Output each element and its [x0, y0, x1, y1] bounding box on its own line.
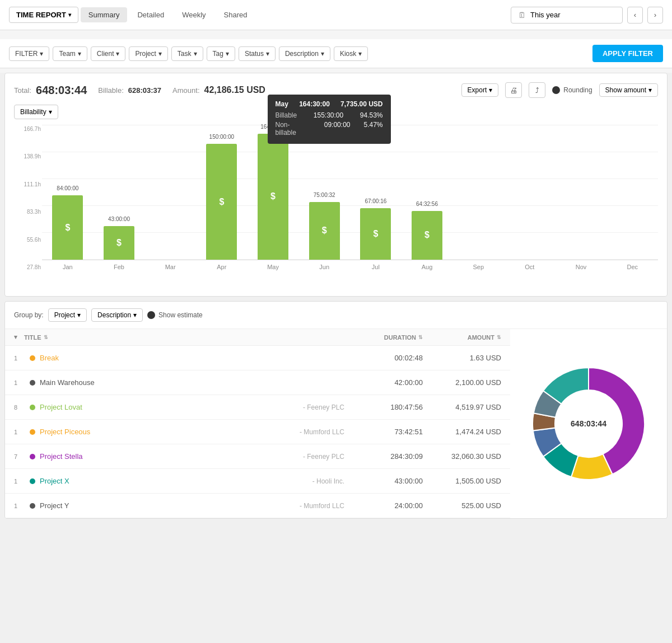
total-label: Total:: [14, 86, 31, 95]
rounding-toggle[interactable]: Rounding: [552, 86, 592, 94]
bar-value-label: 43:00:00: [108, 216, 130, 222]
row-title-col: Project Lovat - Feeney PLC: [40, 403, 344, 411]
row-num: 1: [14, 429, 25, 435]
task-filter-button[interactable]: Task ▾: [171, 46, 203, 61]
project-label: Project: [135, 50, 156, 58]
next-period-button[interactable]: ›: [647, 7, 663, 24]
row-title[interactable]: Project Stella: [40, 452, 300, 461]
bar-column[interactable]: 84:00:00$: [42, 195, 94, 260]
table-row[interactable]: 7 Project Stella - Feeney PLC 284:30:09 …: [5, 444, 510, 469]
row-title[interactable]: Project Y: [40, 501, 296, 510]
dollar-icon: $: [65, 223, 70, 233]
duration-sort-icon[interactable]: ⇅: [418, 335, 423, 340]
share-button[interactable]: ⤴: [529, 82, 545, 98]
tab-detailed[interactable]: Detailed: [129, 7, 172, 22]
export-button[interactable]: Export ▾: [461, 83, 499, 97]
tab-summary[interactable]: Summary: [81, 7, 128, 22]
row-title[interactable]: Project X: [40, 477, 309, 485]
bar-column[interactable]: 75:00:32$: [298, 202, 350, 260]
table-row[interactable]: 1 Project Piceous - Mumford LLC 73:42:51…: [5, 420, 510, 444]
show-amount-button[interactable]: Show amount ▾: [599, 83, 658, 97]
table-row[interactable]: 8 Project Lovat - Feeney PLC 180:47:56 4…: [5, 395, 510, 420]
row-title[interactable]: Project Lovat: [40, 403, 300, 411]
project-filter-button[interactable]: Project ▾: [129, 46, 167, 61]
row-num: 8: [14, 404, 25, 411]
row-title[interactable]: Break: [40, 354, 341, 362]
bar[interactable]: 43:00:00$: [104, 226, 134, 260]
row-dot: [30, 429, 35, 435]
row-dot: [30, 478, 35, 484]
show-estimate-label: Show estimate: [158, 311, 203, 319]
bar-column[interactable]: 43:00:00$: [94, 226, 145, 260]
bar-column[interactable]: 150:00:00$: [196, 144, 248, 260]
group-by-label: Group by:: [14, 311, 44, 319]
kiosk-filter-button[interactable]: Kiosk ▾: [334, 46, 368, 61]
tab-shared[interactable]: Shared: [216, 7, 255, 22]
table-row[interactable]: 1 Main Warehouse 42:00:00 2,100.00 USD: [5, 370, 510, 395]
status-filter-button[interactable]: Status ▾: [239, 46, 276, 61]
total-value: 648:03:44: [36, 84, 87, 97]
bar[interactable]: 75:00:32$: [309, 202, 340, 260]
amount-value: 42,186.15 USD: [204, 85, 265, 95]
y-label: 138.9h: [14, 153, 41, 159]
row-dot: [30, 380, 35, 386]
task-label: Task: [178, 50, 192, 58]
tag-filter-button[interactable]: Tag ▾: [207, 46, 235, 61]
bars-area: 84:00:00$43:00:00$150:00:00$164:30:00$ M…: [42, 126, 658, 260]
expand-all-icon[interactable]: ▾: [14, 334, 17, 341]
row-amount: 525.00 USD: [423, 501, 501, 510]
bar-value-label: 150:00:00: [209, 134, 235, 140]
client-filter-button[interactable]: Client ▾: [91, 46, 126, 61]
table-row[interactable]: 1 Break 00:02:48 1.63 USD: [5, 346, 510, 370]
bar[interactable]: 67:00:16$: [360, 208, 391, 260]
apply-filter-button[interactable]: APPLY FILTER: [592, 45, 663, 62]
bar[interactable]: 84:00:00$: [52, 195, 83, 260]
team-arrow: ▾: [78, 50, 81, 58]
tab-weekly[interactable]: Weekly: [174, 7, 213, 22]
row-dot: [30, 503, 35, 509]
table-row[interactable]: 1 Project X - Hooli Inc. 43:00:00 1,505.…: [5, 469, 510, 494]
bar-column[interactable]: 64:32:56$: [402, 211, 453, 260]
group-project-arrow: ▾: [77, 311, 81, 319]
amount-col-label: AMOUNT: [468, 334, 494, 341]
row-client: - Feeney PLC: [303, 403, 344, 411]
bar-column[interactable]: 164:30:00$ May 164:30:00 7,735.00 USD Bi…: [248, 134, 299, 260]
bar-column[interactable]: 67:00:16$: [350, 208, 402, 260]
nav-left: TIME REPORT ▾ Summary Detailed Weekly Sh…: [9, 7, 255, 23]
dollar-icon: $: [116, 238, 122, 248]
group-bar: Group by: Project ▾ Description ▾ Show e…: [5, 302, 667, 329]
group-description-button[interactable]: Description ▾: [91, 308, 143, 322]
grid-line: [42, 125, 658, 125]
row-title[interactable]: Project Piceous: [40, 428, 296, 436]
prev-period-button[interactable]: ‹: [627, 7, 643, 24]
title-sort-icon[interactable]: ⇅: [44, 335, 48, 340]
billability-button[interactable]: Billability ▾: [14, 105, 58, 119]
billability-arrow: ▾: [49, 108, 52, 116]
team-filter-button[interactable]: Team ▾: [53, 46, 87, 61]
show-estimate-toggle[interactable]: Show estimate: [147, 311, 203, 319]
bar[interactable]: 64:32:56$: [412, 211, 442, 260]
row-title[interactable]: Main Warehouse: [40, 378, 341, 387]
date-range-button[interactable]: 🗓 This year: [511, 7, 623, 24]
duration-col-label: DURATION: [384, 334, 416, 341]
next-icon: ›: [654, 11, 656, 19]
bar-value-label: 67:00:16: [365, 198, 386, 204]
amount-sort-icon[interactable]: ⇅: [497, 335, 501, 340]
show-amount-arrow: ▾: [648, 86, 652, 94]
group-project-label: Project: [54, 311, 75, 319]
bar[interactable]: 164:30:00$: [258, 134, 288, 260]
table-rows: 1 Break 00:02:48 1.63 USD 1 Main Warehou…: [5, 346, 510, 518]
group-project-button[interactable]: Project ▾: [48, 308, 87, 322]
x-label: Apr: [196, 264, 248, 270]
filter-button[interactable]: FILTER ▾: [9, 46, 49, 61]
bar[interactable]: 150:00:00$: [206, 144, 237, 260]
print-button[interactable]: 🖨: [505, 82, 522, 98]
description-filter-button[interactable]: Description ▾: [279, 46, 330, 61]
y-label: 83.3h: [14, 209, 41, 215]
time-report-button[interactable]: TIME REPORT ▾: [9, 7, 78, 23]
x-label: Jul: [350, 264, 402, 270]
table-row[interactable]: 1 Project Y - Mumford LLC 24:00:00 525.0…: [5, 494, 510, 518]
filter-bar: FILTER ▾ Team ▾ Client ▾ Project ▾ Task …: [0, 39, 672, 68]
x-label: Aug: [402, 264, 453, 270]
row-client: - Hooli Inc.: [312, 477, 344, 485]
